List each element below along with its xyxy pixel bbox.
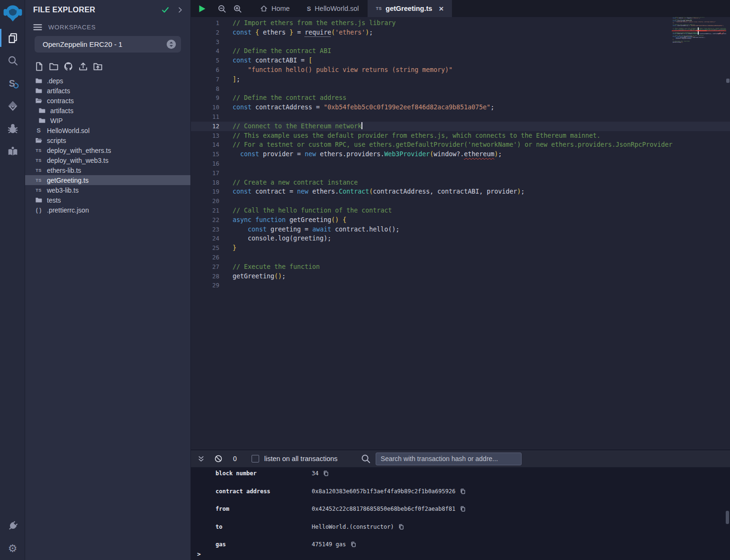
code-line-3[interactable]: 3: [191, 37, 730, 47]
tx-detail-row: gas 475149 gas: [191, 540, 730, 558]
tx-detail-label: contract address: [216, 488, 312, 495]
terminal-body[interactable]: block number 34 contract address 0x8a120…: [191, 467, 730, 560]
tree-item-helloworld-sol[interactable]: S HelloWorld.sol: [25, 125, 190, 135]
code-line-6[interactable]: 6 "function hello() public view returns …: [191, 65, 730, 75]
tab-home[interactable]: Home: [252, 0, 298, 17]
tab-getgreeting-ts[interactable]: TS getGreeting.ts ×: [368, 0, 452, 17]
copy-icon[interactable]: [350, 541, 357, 548]
new-folder-icon[interactable]: [48, 61, 59, 71]
clear-console-icon[interactable]: [214, 454, 223, 463]
remix-logo[interactable]: [0, 0, 25, 27]
workspaces-menu-icon[interactable]: [33, 24, 42, 31]
chevron-right-icon[interactable]: [176, 6, 184, 14]
minimap[interactable]: 1// Import ethers from the ethers.js lib…: [672, 17, 726, 74]
zoom-in-icon[interactable]: [233, 4, 242, 13]
tab-helloworld-sol[interactable]: S HelloWorld.sol: [298, 0, 368, 17]
upload-file-icon[interactable]: [78, 61, 88, 71]
code-line-11[interactable]: 11: [191, 112, 730, 122]
code-line-7[interactable]: 7];: [191, 75, 730, 84]
code-area[interactable]: 1// Import ethers from the ethers.js lib…: [191, 17, 730, 290]
zoom-out-icon[interactable]: [217, 4, 226, 13]
code-line-8[interactable]: 8: [191, 84, 730, 94]
folder-closed-icon: [38, 107, 46, 114]
close-tab-icon[interactable]: ×: [439, 5, 443, 13]
code-line-24[interactable]: 24 console.log(greeting);: [191, 234, 730, 243]
deploy-run-button[interactable]: [0, 95, 25, 117]
tree-item-wip[interactable]: WIP: [25, 116, 190, 125]
tree-item-contracts[interactable]: contracts: [25, 96, 190, 106]
listen-transactions-checkbox[interactable]: [252, 455, 259, 462]
terminal-prompt[interactable]: >: [197, 551, 201, 558]
copy-icon[interactable]: [398, 524, 405, 530]
solidity-compiler-button[interactable]: S: [0, 72, 25, 95]
folder-closed-icon: [35, 77, 43, 84]
code-line-23[interactable]: 23 const greeting = await contract.hello…: [191, 225, 730, 234]
debugger-button[interactable]: [0, 117, 25, 140]
code-line-10[interactable]: 10const contractAddress = "0xb54febb5c0c…: [672, 26, 726, 27]
code-line-20[interactable]: 20: [191, 196, 730, 206]
code-line-4[interactable]: 4// Define the contract ABI: [191, 46, 730, 56]
file-explorer-header: FILE EXPLORER: [25, 0, 190, 14]
new-file-icon[interactable]: [34, 61, 44, 71]
tree-item-scripts[interactable]: scripts: [25, 135, 190, 145]
code-line-10[interactable]: 10const contractAddress = "0xb54febb5c0c…: [191, 103, 730, 112]
code-line-5[interactable]: 5const contractABI = [: [191, 56, 730, 65]
tree-item-web3-lib-ts[interactable]: TS web3-lib.ts: [25, 185, 190, 195]
folder-closed-icon: [38, 117, 46, 124]
code-line-18[interactable]: 18// Create a new contract instance: [191, 178, 730, 187]
code-line-22[interactable]: 22async function getGreeting() {: [191, 215, 730, 225]
code-line-19[interactable]: 19const contract = new ethers.Contract(c…: [191, 187, 730, 196]
editor-scrollbar-thumb[interactable]: [726, 79, 730, 83]
code-line-15[interactable]: 15 const provider = new ethers.providers…: [191, 150, 730, 159]
upload-folder-icon[interactable]: [92, 61, 103, 71]
learneth-button[interactable]: [0, 140, 25, 163]
search-button[interactable]: [0, 49, 25, 72]
tree-item-deploy-with-ethers-ts[interactable]: TS deploy_with_ethers.ts: [25, 145, 190, 155]
code-line-29[interactable]: 29: [191, 281, 730, 290]
code-line-13[interactable]: 13// This example uses the default provi…: [191, 131, 730, 141]
ts-icon: TS: [35, 188, 43, 193]
tree-item-getgreeting-ts[interactable]: TS getGreeting.ts: [25, 175, 190, 185]
code-line-25[interactable]: 25}: [191, 243, 730, 253]
code-line-29[interactable]: 29: [672, 43, 726, 44]
sol-icon: S: [35, 127, 43, 134]
code-line-14[interactable]: 14// For a testnet or custom RPC, use et…: [191, 140, 730, 150]
updown-circle-icon[interactable]: [166, 39, 176, 49]
code-line-1[interactable]: 1// Import ethers from the ethers.js lib…: [191, 18, 730, 28]
code-line-16[interactable]: 16: [191, 159, 730, 169]
tree-item-tests[interactable]: tests: [25, 195, 190, 205]
code-line-28[interactable]: 28getGreeting();: [191, 272, 730, 281]
code-line-27[interactable]: 27// Execute the function: [191, 262, 730, 272]
terminal-search-input[interactable]: [376, 453, 522, 465]
code-line-19[interactable]: 19const contract = new ethers.Contract(c…: [672, 34, 726, 35]
tree-item-artifacts[interactable]: artifacts: [25, 106, 190, 116]
terminal-scrollbar-thumb[interactable]: [726, 511, 729, 524]
settings-button[interactable]: ⚙: [0, 537, 25, 560]
code-line-12[interactable]: 12// Connect to the Ethereum network: [191, 122, 730, 131]
tree-item--prettierrc-json[interactable]: ( ) .prettierrc.json: [25, 205, 190, 215]
copy-icon[interactable]: [460, 488, 466, 495]
copy-icon[interactable]: [460, 506, 466, 512]
tx-detail-row: to HelloWorld.(constructor): [191, 523, 730, 541]
file-explorer-button[interactable]: [0, 27, 25, 49]
github-icon[interactable]: [63, 61, 73, 71]
tree-item-deploy-with-web3-ts[interactable]: TS deploy_with_web3.ts: [25, 155, 190, 165]
tx-detail-label: to: [216, 524, 312, 530]
copy-icon[interactable]: [323, 470, 329, 477]
code-line-2[interactable]: 2const { ethers } = require('ethers');: [191, 28, 730, 37]
plugin-manager-button[interactable]: [0, 515, 25, 537]
workspace-select[interactable]: OpenZeppelin ERC20 - 1: [35, 36, 181, 53]
code-line-26[interactable]: 26: [191, 253, 730, 262]
tree-item-ethers-lib-ts[interactable]: TS ethers-lib.ts: [25, 165, 190, 175]
code-line-17[interactable]: 17: [191, 169, 730, 178]
code-line-21[interactable]: 21// Call the hello function of the cont…: [191, 206, 730, 215]
tree-item--deps[interactable]: .deps: [25, 76, 190, 86]
code-line-9[interactable]: 9// Define the contract address: [191, 93, 730, 103]
play-icon[interactable]: [198, 4, 207, 13]
ts-icon: TS: [35, 178, 43, 183]
terminal-collapse-icon[interactable]: [197, 455, 205, 463]
accept-check-icon[interactable]: [161, 6, 170, 14]
tree-item-artifacts[interactable]: artifacts: [25, 86, 190, 96]
editor-body[interactable]: 1// Import ethers from the ethers.js lib…: [191, 17, 730, 450]
editor-region: Home S HelloWorld.sol TS getGreeting.ts …: [191, 0, 730, 560]
